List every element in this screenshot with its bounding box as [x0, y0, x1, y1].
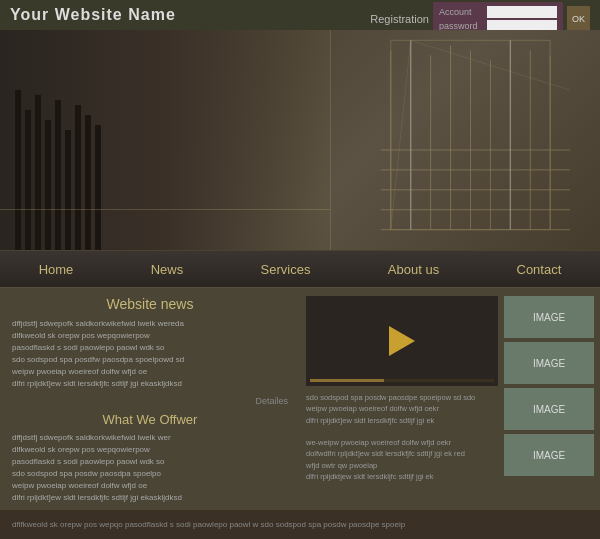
- hero-image: [0, 30, 600, 250]
- pillar: [35, 95, 41, 250]
- hero-right-panel: [330, 30, 600, 250]
- nav-item-about[interactable]: About us: [376, 254, 451, 285]
- pillar: [45, 120, 51, 250]
- main-content: Website news dffjdstfj sdwepofk saldkork…: [0, 288, 600, 509]
- video-description: sdo sodspod spa posdw paosdpe spoeipow s…: [306, 392, 498, 482]
- image-thumbnails: IMAGE IMAGE IMAGE IMAGE: [504, 296, 594, 501]
- video-player[interactable]: [306, 296, 498, 386]
- news-text-2: dffjdstfj sdwepofk saldkorkwikefwid lwel…: [12, 432, 288, 504]
- nav-item-services[interactable]: Services: [249, 254, 323, 285]
- account-label: Account: [439, 7, 484, 17]
- nav-item-news[interactable]: News: [139, 254, 196, 285]
- news-text-1: dffjdstfj sdwepofk saldkorkwikefwid lwel…: [12, 318, 288, 390]
- site-title: Your Website Name: [10, 6, 176, 24]
- building-columns: [15, 90, 101, 250]
- video-progress-bar: [310, 379, 494, 382]
- account-input[interactable]: [487, 6, 557, 18]
- video-section: sdo sodspod spa posdw paosdpe spoeipow s…: [306, 296, 498, 501]
- hero-left-panel: [0, 30, 330, 250]
- header: Your Website Name Registration Account p…: [0, 0, 600, 30]
- svg-line-15: [391, 40, 411, 229]
- pillar: [15, 90, 21, 250]
- nav-item-contact[interactable]: Contact: [505, 254, 574, 285]
- pillar: [55, 100, 61, 250]
- thumbnail-2[interactable]: IMAGE: [504, 342, 594, 384]
- pillar: [85, 115, 91, 250]
- pillar: [65, 130, 71, 250]
- ok-button[interactable]: OK: [567, 6, 590, 32]
- offer-title: What We Offwer: [12, 412, 288, 427]
- thumbnail-3[interactable]: IMAGE: [504, 388, 594, 430]
- website-news-title: Website news: [12, 296, 288, 312]
- thumbnail-4[interactable]: IMAGE: [504, 434, 594, 476]
- right-content: sdo sodspod spa posdw paosdpe spoeipow s…: [300, 288, 600, 509]
- sketch-svg: [331, 30, 600, 250]
- thumbnail-1[interactable]: IMAGE: [504, 296, 594, 338]
- nav-item-home[interactable]: Home: [27, 254, 86, 285]
- video-progress-fill: [310, 379, 384, 382]
- registration-label: Registration: [370, 13, 429, 25]
- footer-text: dflfkweold sk orepw pos wepqo pasodflask…: [12, 520, 405, 529]
- pillar: [75, 105, 81, 250]
- pillar: [25, 110, 31, 250]
- navigation: Home News Services About us Contact: [0, 250, 600, 288]
- pillar: [95, 125, 101, 250]
- floor-line: [0, 209, 330, 210]
- footer: dflfkweold sk orepw pos wepqo pasodflask…: [0, 509, 600, 539]
- left-content: Website news dffjdstfj sdwepofk saldkork…: [0, 288, 300, 509]
- details-link-1[interactable]: Detailes: [12, 396, 288, 406]
- play-button[interactable]: [389, 326, 415, 356]
